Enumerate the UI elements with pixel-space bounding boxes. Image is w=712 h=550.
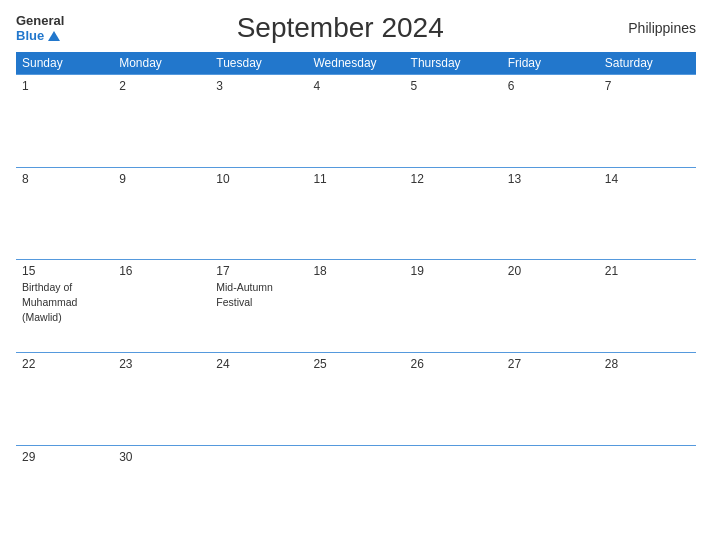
day-number: 2: [119, 79, 204, 93]
day-number: 20: [508, 264, 593, 278]
calendar-cell: 10: [210, 167, 307, 260]
calendar-cell: [307, 445, 404, 538]
day-number: 12: [411, 172, 496, 186]
calendar-cell: 15Birthday of Muhammad (Mawlid): [16, 260, 113, 353]
country-name: Philippines: [616, 20, 696, 36]
header-sunday: Sunday: [16, 52, 113, 75]
calendar-cell: 6: [502, 75, 599, 168]
calendar-cell: 25: [307, 353, 404, 446]
calendar-cell: 19: [405, 260, 502, 353]
calendar-cell: 17Mid-Autumn Festival: [210, 260, 307, 353]
logo-triangle-icon: [48, 31, 60, 41]
day-number: 24: [216, 357, 301, 371]
logo: General Blue: [16, 13, 64, 43]
calendar-cell: 3: [210, 75, 307, 168]
calendar-cell: 24: [210, 353, 307, 446]
day-number: 23: [119, 357, 204, 371]
day-number: 13: [508, 172, 593, 186]
calendar-cell: 4: [307, 75, 404, 168]
calendar-cell: 27: [502, 353, 599, 446]
calendar-cell: 2: [113, 75, 210, 168]
event-text: Birthday of Muhammad (Mawlid): [22, 281, 77, 322]
header: General Blue September 2024 Philippines: [16, 12, 696, 44]
day-number: 4: [313, 79, 398, 93]
day-number: 16: [119, 264, 204, 278]
day-number: 27: [508, 357, 593, 371]
day-number: 26: [411, 357, 496, 371]
calendar-cell: 8: [16, 167, 113, 260]
header-tuesday: Tuesday: [210, 52, 307, 75]
day-number: 14: [605, 172, 690, 186]
calendar-week-row: 2930: [16, 445, 696, 538]
day-number: 15: [22, 264, 107, 278]
day-number: 30: [119, 450, 204, 464]
event-text: Mid-Autumn Festival: [216, 281, 273, 308]
logo-blue-text: Blue: [16, 28, 60, 43]
calendar-week-row: 1234567: [16, 75, 696, 168]
calendar-cell: 1: [16, 75, 113, 168]
calendar-cell: 13: [502, 167, 599, 260]
header-thursday: Thursday: [405, 52, 502, 75]
calendar-week-row: 891011121314: [16, 167, 696, 260]
calendar-page: General Blue September 2024 Philippines …: [0, 0, 712, 550]
calendar-week-row: 22232425262728: [16, 353, 696, 446]
calendar-cell: 5: [405, 75, 502, 168]
calendar-cell: [599, 445, 696, 538]
day-number: 25: [313, 357, 398, 371]
day-number: 5: [411, 79, 496, 93]
calendar-cell: 18: [307, 260, 404, 353]
header-monday: Monday: [113, 52, 210, 75]
day-number: 6: [508, 79, 593, 93]
calendar-cell: 21: [599, 260, 696, 353]
day-number: 11: [313, 172, 398, 186]
calendar-cell: [405, 445, 502, 538]
calendar-cell: 20: [502, 260, 599, 353]
calendar-cell: 22: [16, 353, 113, 446]
header-friday: Friday: [502, 52, 599, 75]
calendar-cell: 14: [599, 167, 696, 260]
calendar-cell: 16: [113, 260, 210, 353]
day-number: 22: [22, 357, 107, 371]
header-wednesday: Wednesday: [307, 52, 404, 75]
calendar-title: September 2024: [64, 12, 616, 44]
day-number: 29: [22, 450, 107, 464]
day-number: 10: [216, 172, 301, 186]
calendar-cell: 12: [405, 167, 502, 260]
day-number: 8: [22, 172, 107, 186]
calendar-cell: [502, 445, 599, 538]
calendar-cell: [210, 445, 307, 538]
day-number: 19: [411, 264, 496, 278]
day-number: 17: [216, 264, 301, 278]
weekday-header-row: Sunday Monday Tuesday Wednesday Thursday…: [16, 52, 696, 75]
day-number: 9: [119, 172, 204, 186]
calendar-cell: 9: [113, 167, 210, 260]
header-saturday: Saturday: [599, 52, 696, 75]
calendar-table: Sunday Monday Tuesday Wednesday Thursday…: [16, 52, 696, 538]
day-number: 21: [605, 264, 690, 278]
calendar-cell: 23: [113, 353, 210, 446]
calendar-week-row: 15Birthday of Muhammad (Mawlid)1617Mid-A…: [16, 260, 696, 353]
calendar-cell: 30: [113, 445, 210, 538]
calendar-cell: 11: [307, 167, 404, 260]
day-number: 18: [313, 264, 398, 278]
day-number: 1: [22, 79, 107, 93]
day-number: 28: [605, 357, 690, 371]
calendar-cell: 7: [599, 75, 696, 168]
day-number: 3: [216, 79, 301, 93]
logo-general-text: General: [16, 13, 64, 28]
day-number: 7: [605, 79, 690, 93]
calendar-cell: 28: [599, 353, 696, 446]
calendar-cell: 29: [16, 445, 113, 538]
calendar-cell: 26: [405, 353, 502, 446]
